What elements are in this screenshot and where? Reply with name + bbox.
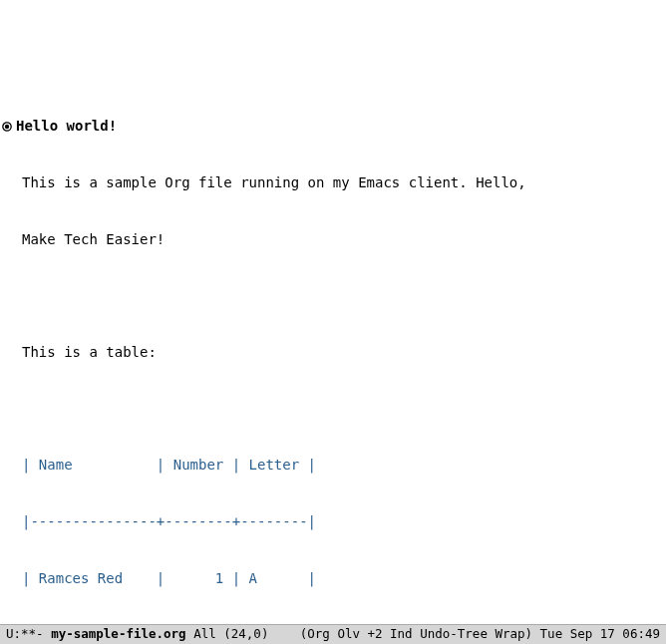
org-table-row: | Name | Number | Letter | [22, 456, 664, 475]
blank-line [22, 400, 664, 419]
bullet-filled-icon [2, 117, 12, 136]
modeline-modes: (Org Olv +2 Ind Undo-Tree Wrap) [300, 626, 532, 641]
paragraph-text: This is a table: [22, 343, 664, 362]
paragraph-text: Make Tech Easier! [22, 230, 664, 249]
modeline-position: All (24,0) [186, 626, 269, 641]
modeline-filename: my-sample-file.org [51, 626, 185, 641]
blank-line [22, 286, 664, 305]
org-table-row: | Ramces Red | 1 | A | [22, 569, 664, 588]
heading-1: Hello world! [2, 117, 664, 136]
mode-line: U:**- my-sample-file.org All (24,0) (Org… [0, 624, 666, 644]
editor-buffer[interactable]: Hello world! This is a sample Org file r… [0, 76, 666, 644]
modeline-datetime: Tue Sep 17 06:49 [532, 626, 660, 641]
svg-point-1 [5, 125, 9, 129]
modeline-modified-indicator: U:**- [6, 626, 51, 641]
org-table-divider: |---------------+--------+--------| [22, 512, 664, 531]
paragraph-text: This is a sample Org file running on my … [22, 173, 664, 192]
heading-1-title: Hello world! [16, 118, 117, 134]
